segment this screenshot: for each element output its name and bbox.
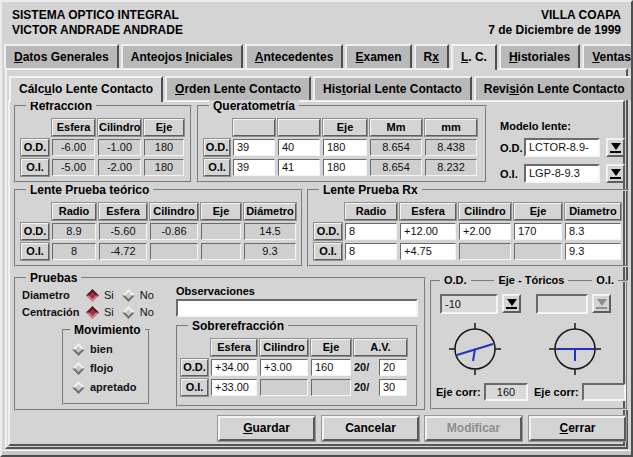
oi-eje-corr-field xyxy=(582,383,626,401)
subtab-orden-lente-contacto[interactable]: Orden Lente Contacto xyxy=(165,76,311,100)
lc-page: Cálculo Lente Contacto Orden Lente Conta… xyxy=(5,68,628,449)
diametro-si-diamond-icon xyxy=(86,289,99,302)
refraccion-oi-esfera: -5.00 xyxy=(52,159,95,176)
modelo-oi-combobox[interactable]: LGP-8-9.3 xyxy=(524,164,600,183)
rx-header-cilindro: Cilindro xyxy=(459,203,511,220)
sobre-oi-av[interactable]: 30 xyxy=(379,379,407,396)
teorico-od-diametro: 14.5 xyxy=(244,223,296,240)
refraccion-header-cilindro: Cilindro xyxy=(98,119,141,136)
refraccion-oi-cilindro: -2.00 xyxy=(98,159,141,176)
app-title: SISTEMA OPTICO INTEGRAL xyxy=(12,8,183,23)
sobre-od-av[interactable]: 20 xyxy=(379,359,407,376)
centracion-si-radio[interactable]: Si xyxy=(88,306,114,318)
pruebas-group: Pruebas Diametro Si No Centración Si No … xyxy=(14,277,426,411)
queratometria-od-k1[interactable]: 39 xyxy=(233,139,275,156)
rx-od-radio[interactable]: 8 xyxy=(345,223,397,240)
queratometria-oi-label: O.I. xyxy=(204,159,230,176)
toricos-od-eje-combobox[interactable]: -10 xyxy=(440,294,498,314)
centracion-no-radio[interactable]: No xyxy=(124,306,154,318)
main-tab-bar: Datos Generales Anteojos Iniciales Antec… xyxy=(2,44,631,68)
refraccion-group: Refracción Esfera Cilindro Eje O.D. -6.0… xyxy=(14,105,192,183)
tab-examen[interactable]: Examen xyxy=(345,44,411,68)
sobre-od-cilindro[interactable]: +3.00 xyxy=(260,359,308,376)
sobre-od-esfera[interactable]: +34.00 xyxy=(211,359,257,376)
cerrar-button[interactable]: Cerrar xyxy=(529,416,626,441)
rx-header-diametro: Diametro xyxy=(565,203,621,220)
lente-prueba-rx-group: Lente Prueba Rx Radio Esfera Cilindro Ej… xyxy=(307,189,629,267)
modelo-od-combobox[interactable]: LCTOR-8.9- xyxy=(524,138,600,157)
rx-od-diametro[interactable]: 8.3 xyxy=(565,223,621,240)
sobre-header-cilindro: Cilindro xyxy=(260,339,308,356)
subtab-calculo-lente-contacto[interactable]: Cálculo Lente Contacto xyxy=(9,76,163,102)
movimiento-apretado-radio[interactable]: apretado xyxy=(74,381,138,393)
modelo-oi-label: O.I. xyxy=(500,168,518,180)
tab-ventas[interactable]: Ventas xyxy=(582,44,633,68)
modificar-button[interactable]: Modificar xyxy=(425,416,522,441)
modelo-lente-block: Modelo lente: O.D. LCTOR-8.9- O.I. LGP-8… xyxy=(496,120,632,182)
rx-oi-diametro[interactable]: 9.3 xyxy=(565,243,621,260)
teorico-header-radio: Radio xyxy=(52,203,96,220)
rx-od-eje[interactable]: 170 xyxy=(514,223,562,240)
subtab-historial-lente-contacto[interactable]: Historial Lente Contacto xyxy=(313,76,472,100)
sobre-header-esfera: Esfera xyxy=(211,339,257,356)
tab-historiales[interactable]: Historiales xyxy=(499,44,580,68)
queratometria-oi-k1[interactable]: 39 xyxy=(233,159,275,176)
rx-oi-esfera[interactable]: +4.75 xyxy=(400,243,456,260)
diametro-no-diamond-icon xyxy=(122,289,135,302)
rx-od-label: O.D. xyxy=(314,223,342,240)
tab-datos-generales[interactable]: Datos Generales xyxy=(4,44,119,68)
window-bottom-ridge xyxy=(2,450,631,456)
queratometria-oi-eje[interactable]: 180 xyxy=(323,159,367,176)
lc-sub-tab-bar: Cálculo Lente Contacto Orden Lente Conta… xyxy=(7,76,626,100)
queratometria-header-mm: mm xyxy=(425,119,477,136)
queratometria-od-eje[interactable]: 180 xyxy=(323,139,367,156)
eje-toricos-group: O.D. Eje - Tóricos O.I. -10 xyxy=(430,280,628,410)
rx-oi-radio[interactable]: 8 xyxy=(345,243,397,260)
od-axis-dial xyxy=(448,322,502,376)
rx-oi-eje xyxy=(514,243,562,260)
toricos-oi-label: O.I. xyxy=(592,274,618,286)
toricos-oi-dropdown-icon xyxy=(592,294,611,313)
queratometria-header-k1 xyxy=(233,119,275,136)
movimiento-bien-radio[interactable]: bien xyxy=(74,343,138,355)
tab-anteojos-iniciales[interactable]: Anteojos Iniciales xyxy=(121,44,243,68)
toricos-od-dropdown-icon[interactable] xyxy=(502,294,521,313)
queratometria-od-mm: 8.438 xyxy=(425,139,477,156)
centracion-no-diamond-icon xyxy=(122,306,135,319)
movimiento-flojo-radio[interactable]: flojo xyxy=(74,362,138,374)
tab-rx[interactable]: Rx xyxy=(414,44,449,68)
queratometria-oi-k2[interactable]: 41 xyxy=(278,159,320,176)
modelo-od-dropdown-icon[interactable] xyxy=(606,138,625,157)
sobre-od-eje[interactable]: 160 xyxy=(311,359,351,376)
rx-header-eje: Eje xyxy=(514,203,562,220)
rx-od-esfera[interactable]: +12.00 xyxy=(400,223,456,240)
guardar-button[interactable]: Guardar xyxy=(218,416,315,441)
diametro-label: Diametro xyxy=(22,289,88,301)
queratometria-od-k2[interactable]: 40 xyxy=(278,139,320,156)
rx-od-cilindro[interactable]: +2.00 xyxy=(459,223,511,240)
sobrerefraccion-group: Sobrerefracción Esfera Cilindro Eje A.V.… xyxy=(176,325,418,407)
queratometria-oi-mm: 8.232 xyxy=(425,159,477,176)
centracion-si-diamond-icon xyxy=(86,306,99,319)
sobre-od-av-prefix: 20/ xyxy=(354,359,376,376)
observaciones-input[interactable] xyxy=(176,299,418,317)
rx-oi-cilindro xyxy=(459,243,511,260)
modelo-lente-title: Modelo lente: xyxy=(500,120,571,132)
tab-antecedentes[interactable]: Antecedentes xyxy=(245,44,344,68)
queratometria-od-Mm: 8.654 xyxy=(370,139,422,156)
refraccion-header-esfera: Esfera xyxy=(52,119,95,136)
tab-l-c[interactable]: L. C. xyxy=(451,44,497,70)
diametro-si-radio[interactable]: Si xyxy=(88,289,114,301)
app-window: SISTEMA OPTICO INTEGRAL VICTOR ANDRADE A… xyxy=(0,0,633,457)
modelo-oi-dropdown-icon[interactable] xyxy=(606,164,625,183)
diametro-no-radio[interactable]: No xyxy=(124,289,154,301)
subtab-revision-lente-contacto[interactable]: Revisión Lente Contacto xyxy=(474,76,633,100)
sobre-oi-label: O.I. xyxy=(181,379,208,396)
sobre-header-av: A.V. xyxy=(354,339,407,356)
rx-header-esfera: Esfera xyxy=(400,203,456,220)
teorico-header-cilindro: Cilindro xyxy=(150,203,198,220)
sobre-oi-esfera[interactable]: +33.00 xyxy=(211,379,257,396)
toricos-oi-eje-combobox xyxy=(536,294,588,314)
cancelar-button[interactable]: Cancelar xyxy=(322,416,419,441)
queratometria-header-k2 xyxy=(278,119,320,136)
